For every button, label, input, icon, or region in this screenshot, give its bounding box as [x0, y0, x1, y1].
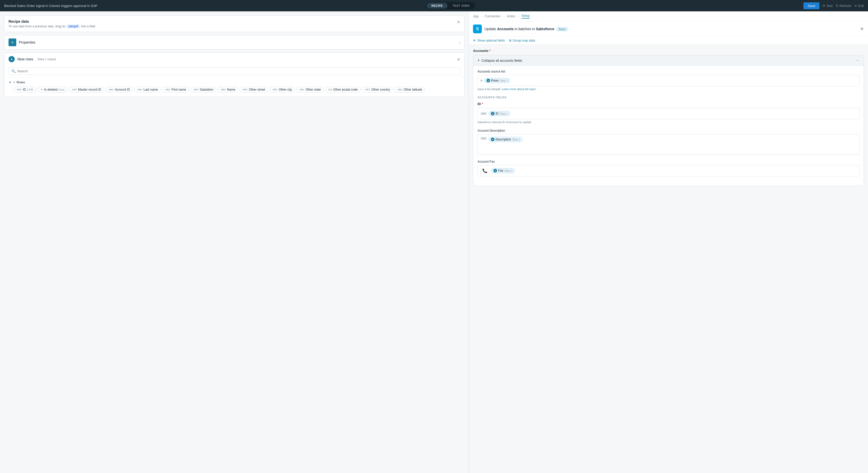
desc-abc-badge: ABC	[480, 137, 487, 140]
step-nav: App → Connection → Action → Setup	[469, 11, 868, 22]
datapill-other-latitude[interactable]: ABC Other latitude	[395, 87, 425, 93]
fax-field-group: Account Fax 📞 ● Fax Step 1	[477, 160, 860, 176]
setup-content: Accounts * ▼ Collapse all accounts field…	[469, 45, 868, 194]
id-field-label: ID *	[477, 102, 860, 106]
fax-field-label: Account Fax	[477, 160, 860, 163]
datapill-master-record-id[interactable]: ABC Master record ID	[69, 87, 104, 93]
nav-arrow-2: →	[502, 14, 505, 18]
id-pill: ● ID Step 1	[489, 111, 510, 116]
refresh-link[interactable]: ↻ Refresh	[836, 4, 851, 8]
pill-circle-icon: ●	[487, 79, 490, 82]
datapill-other-city[interactable]: ABC Other city	[270, 87, 295, 93]
learn-more-link[interactable]: Learn more about list input	[502, 88, 535, 91]
properties-card: ≡ Properties ›	[4, 35, 464, 49]
recipe-data-title: Recipe data	[8, 20, 95, 24]
datapill-name[interactable]: ABC Name	[218, 87, 238, 93]
fax-pill-circle: ●	[493, 169, 497, 172]
desc-pill-label: Description	[495, 138, 511, 141]
step-output-badge: (Step 1 output)	[37, 58, 56, 61]
search-input[interactable]	[17, 69, 457, 73]
accounts-group-label: Collapse all accounts fields	[482, 59, 522, 63]
close-icon: ✕	[854, 4, 857, 8]
id-pill-step: Step 1	[500, 112, 508, 115]
main-layout: Recipe data To use data from a previous …	[0, 11, 868, 473]
action-verb: Update	[485, 27, 496, 31]
nav-app[interactable]: App	[473, 14, 478, 18]
source-list-pill: ● Rows Step 1	[484, 78, 510, 83]
action-title: Update Accounts in batches in Salesforce…	[485, 27, 858, 31]
new-rows-left: ● New rows (Step 1 output)	[8, 56, 56, 62]
nav-action[interactable]: Action	[506, 14, 515, 18]
source-list-help-text: Input a list datapill. Learn more about …	[477, 88, 860, 91]
datapill-inline-label: datapill	[66, 24, 80, 28]
tab-group: RECIPE TEST JOBS	[426, 2, 475, 9]
datapill-other-state[interactable]: ABC Other state	[296, 87, 324, 93]
new-rows-collapse-button[interactable]: ∨	[457, 57, 460, 62]
test-icon: ⟳	[823, 4, 826, 8]
action-app: Salesforce	[536, 27, 554, 31]
datapill-other-postal-code[interactable]: 123 Other postal code	[325, 87, 361, 93]
accounts-group-left: ▼ Collapse all accounts fields	[477, 59, 522, 63]
group-map-data-button[interactable]: ⊞ Group map data	[509, 39, 535, 42]
id-input-area[interactable]: ABC ● ID Step 1	[477, 108, 860, 119]
nav-connection[interactable]: Connection	[485, 14, 501, 18]
nav-arrow-1: →	[480, 14, 483, 18]
show-optional-fields-button[interactable]: 👁 Show optional fields	[473, 39, 505, 42]
id-pill-circle: ●	[491, 112, 494, 115]
tree-row-header: ▼ ≡ Rows	[8, 79, 460, 85]
recipe-data-desc: To use data from a previous step, drag i…	[8, 25, 95, 28]
abc-type-badge: ABC	[480, 112, 487, 115]
datapill-last-name[interactable]: ABC Last name	[134, 87, 161, 93]
tab-recipe[interactable]: RECIPE	[427, 3, 447, 8]
datapills-grid: ABC ID 2346 👁 Is deleted false ABC Maste…	[8, 87, 460, 93]
batch-badge: Batch	[557, 27, 567, 31]
recipe-data-collapse-button[interactable]: ∧	[457, 20, 460, 24]
datapill-salutation[interactable]: ABC Salutation	[191, 87, 216, 93]
source-list-input-area[interactable]: ≡ ● Rows Step 1	[477, 75, 860, 86]
list-icon: ≡	[480, 78, 482, 82]
datapill-id[interactable]: ABC ID 2346	[14, 87, 36, 93]
datapill-account-id[interactable]: ABC Account ID	[106, 87, 133, 93]
datapill-other-street[interactable]: ABC Other street	[240, 87, 268, 93]
nav-arrow-3: →	[517, 14, 520, 18]
action-close-button[interactable]: ✕	[860, 26, 864, 32]
source-list-pill-label: Rows	[491, 79, 499, 82]
fax-input-area[interactable]: 📞 ● Fax Step 1	[477, 165, 860, 176]
id-pill-label: ID	[495, 112, 499, 115]
source-list-label: Accounts source list	[477, 70, 860, 73]
tree-list-icon: ≡	[13, 80, 15, 84]
save-button[interactable]: Save	[803, 2, 819, 9]
properties-header[interactable]: ≡ Properties ›	[4, 35, 464, 49]
exit-link[interactable]: ✕ Exit	[854, 4, 864, 8]
required-star: *	[489, 49, 491, 53]
header-actions: Save ⟳ Test ↻ Refresh ✕ Exit	[803, 2, 864, 9]
collapse-triangle-icon: ▼	[477, 59, 480, 62]
source-list-field-group: Accounts source list ≡ ● Rows Step 1 Inp…	[477, 70, 860, 91]
eye-icon: 👁	[473, 39, 476, 42]
datapill-first-name[interactable]: ABC First name	[162, 87, 189, 93]
more-options-button[interactable]: ···	[855, 58, 860, 63]
new-rows-card: ● New rows (Step 1 output) ∨ 🔍 ▼ ≡	[4, 53, 464, 97]
tab-test-jobs[interactable]: TEST JOBS	[448, 3, 474, 8]
properties-label: Properties	[19, 40, 35, 44]
id-field-group: ID * ABC ● ID Step 1 Salesforce internal…	[477, 102, 860, 124]
desc-field-group: Account Description ABC ● Description St…	[477, 129, 860, 155]
desc-input-area[interactable]: ABC ● Description Step 1	[477, 134, 860, 155]
step-number: ●	[11, 58, 13, 61]
action-toolbar: 👁 Show optional fields ⊞ Group map data	[469, 37, 868, 45]
nav-setup[interactable]: Setup	[522, 14, 530, 19]
fax-pill: ● Fax Step 1	[491, 168, 515, 173]
desc-pill-circle: ●	[491, 138, 494, 141]
datapill-other-country[interactable]: ABC Other country	[362, 87, 393, 93]
datapill-is-deleted[interactable]: 👁 Is deleted false	[38, 87, 67, 93]
chevron-right-icon: ›	[459, 40, 460, 45]
rows-label: Rows	[17, 80, 25, 84]
test-link[interactable]: ⟳ Test	[823, 4, 833, 8]
recipe-data-header: Recipe data To use data from a previous …	[4, 16, 464, 32]
accounts-section-label: Accounts *	[473, 49, 864, 53]
salesforce-icon: S	[473, 25, 482, 33]
search-icon: 🔍	[11, 69, 16, 73]
tree-collapse-icon[interactable]: ▼	[8, 80, 11, 84]
grid-icon: ⊞	[509, 39, 512, 42]
accounts-group-header: ▼ Collapse all accounts fields ···	[473, 56, 864, 66]
